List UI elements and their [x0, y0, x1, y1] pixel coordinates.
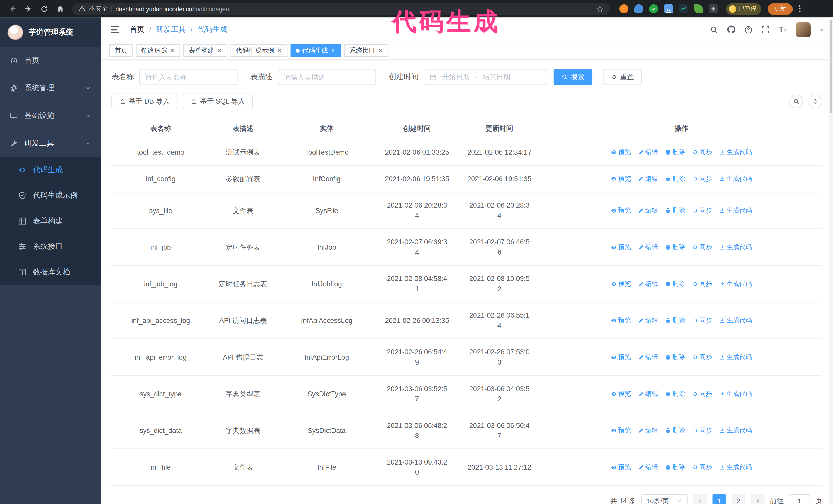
edit-link[interactable]: 编辑: [638, 147, 658, 157]
fullscreen-button[interactable]: [761, 25, 770, 33]
tab-tracing[interactable]: 链路追踪: [136, 44, 180, 57]
app-logo[interactable]: 芋道管理系统: [0, 18, 101, 47]
sidebar-item-home[interactable]: 首页: [0, 47, 101, 74]
sync-link[interactable]: 同步: [692, 174, 712, 184]
table-name-input[interactable]: [139, 69, 237, 85]
page-1-button[interactable]: 1: [712, 494, 726, 504]
generate-code-link[interactable]: 生成代码: [719, 315, 752, 325]
home-button[interactable]: [53, 2, 67, 16]
user-avatar[interactable]: [796, 22, 811, 37]
refresh-table-button[interactable]: [809, 95, 823, 109]
close-icon[interactable]: [169, 48, 175, 53]
breadcrumb-devtools[interactable]: 研发工具: [156, 25, 186, 34]
forward-button[interactable]: [21, 2, 35, 16]
edit-link[interactable]: 编辑: [638, 205, 658, 215]
generate-code-link[interactable]: 生成代码: [719, 147, 752, 157]
preview-link[interactable]: 预览: [611, 279, 631, 289]
extension-icon-people[interactable]: [664, 4, 673, 13]
github-button[interactable]: [727, 25, 736, 34]
page-size-select[interactable]: 10条/页: [641, 494, 688, 504]
extension-icon-green-check[interactable]: [649, 4, 658, 13]
scrollbar[interactable]: [829, 18, 833, 504]
delete-link[interactable]: 删除: [665, 389, 685, 399]
sync-link[interactable]: 同步: [692, 462, 712, 472]
header-search-button[interactable]: [710, 25, 718, 33]
extension-icon-puzzle[interactable]: [709, 4, 718, 13]
search-button[interactable]: 搜索: [554, 69, 592, 85]
goto-page-input[interactable]: [789, 494, 810, 504]
next-page-button[interactable]: [751, 494, 765, 504]
edit-link[interactable]: 编辑: [638, 389, 658, 399]
date-range-picker[interactable]: 开始日期 - 结束日期: [424, 69, 547, 85]
close-icon[interactable]: [277, 48, 282, 53]
sidebar-item-form-builder[interactable]: 表单构建: [0, 208, 101, 234]
generate-code-link[interactable]: 生成代码: [719, 462, 752, 472]
sync-link[interactable]: 同步: [692, 205, 712, 215]
preview-link[interactable]: 预览: [611, 352, 631, 362]
browser-menu-icon[interactable]: [799, 5, 801, 12]
close-icon[interactable]: [217, 48, 222, 53]
edit-link[interactable]: 编辑: [638, 315, 658, 325]
edit-link[interactable]: 编辑: [638, 462, 658, 472]
edit-link[interactable]: 编辑: [638, 352, 658, 362]
preview-link[interactable]: 预览: [611, 315, 631, 325]
generate-code-link[interactable]: 生成代码: [719, 389, 752, 399]
reset-button[interactable]: 重置: [603, 69, 642, 85]
preview-link[interactable]: 预览: [611, 389, 631, 399]
prev-page-button[interactable]: [693, 494, 707, 504]
close-icon[interactable]: [330, 48, 336, 53]
tab-codegen-example[interactable]: 代码生成示例: [231, 44, 288, 57]
sync-link[interactable]: 同步: [692, 425, 712, 435]
sidebar-item-codegen-example[interactable]: 代码生成示例: [0, 183, 101, 208]
delete-link[interactable]: 删除: [665, 352, 685, 362]
extension-icon-dark-chart[interactable]: [679, 4, 688, 13]
sync-link[interactable]: 同步: [692, 389, 712, 399]
tab-api[interactable]: 系统接口: [344, 44, 388, 57]
edit-link[interactable]: 编辑: [638, 242, 658, 252]
address-bar[interactable]: 不安全 dashboard.yudao.iocoder.cn/tool/code…: [72, 2, 610, 15]
preview-link[interactable]: 预览: [611, 205, 631, 215]
delete-link[interactable]: 删除: [665, 462, 685, 472]
preview-link[interactable]: 预览: [611, 462, 631, 472]
sync-link[interactable]: 同步: [692, 242, 712, 252]
tab-home[interactable]: 首页: [110, 44, 133, 57]
bookmark-star-icon[interactable]: [596, 5, 603, 13]
extension-icon-leaf[interactable]: [694, 4, 703, 13]
sidebar-item-devtools[interactable]: 研发工具: [0, 130, 101, 158]
delete-link[interactable]: 删除: [665, 174, 685, 184]
sidebar-item-db-doc[interactable]: 数据库文档: [0, 259, 101, 285]
sync-link[interactable]: 同步: [692, 279, 712, 289]
generate-code-link[interactable]: 生成代码: [719, 174, 752, 184]
browser-update-button[interactable]: 更新: [768, 3, 792, 15]
table-desc-input[interactable]: [278, 69, 376, 85]
avatar-caret-icon[interactable]: [819, 27, 825, 32]
breadcrumb-home[interactable]: 首页: [130, 25, 145, 34]
scrollbar-thumb[interactable]: [830, 20, 832, 113]
back-button[interactable]: [5, 2, 19, 16]
delete-link[interactable]: 删除: [665, 242, 685, 252]
sidebar-item-infrastructure[interactable]: 基础设施: [0, 102, 101, 130]
sidebar-item-codegen[interactable]: 代码生成: [0, 158, 101, 183]
generate-code-link[interactable]: 生成代码: [719, 205, 752, 215]
delete-link[interactable]: 删除: [665, 205, 685, 215]
generate-code-link[interactable]: 生成代码: [719, 352, 752, 362]
font-size-button[interactable]: [779, 25, 787, 34]
sidebar-item-api[interactable]: 系统接口: [0, 234, 101, 259]
sidebar-item-system[interactable]: 系统管理: [0, 74, 101, 102]
delete-link[interactable]: 删除: [665, 315, 685, 325]
edit-link[interactable]: 编辑: [638, 425, 658, 435]
generate-code-link[interactable]: 生成代码: [719, 425, 752, 435]
sync-link[interactable]: 同步: [692, 352, 712, 362]
sync-link[interactable]: 同步: [692, 147, 712, 157]
reload-button[interactable]: [37, 2, 51, 16]
delete-link[interactable]: 删除: [665, 147, 685, 157]
import-db-button[interactable]: 基于 DB 导入: [112, 94, 177, 110]
edit-link[interactable]: 编辑: [638, 174, 658, 184]
import-sql-button[interactable]: 基于 SQL 导入: [183, 94, 253, 110]
delete-link[interactable]: 删除: [665, 425, 685, 435]
sync-link[interactable]: 同步: [692, 315, 712, 325]
edit-link[interactable]: 编辑: [638, 279, 658, 289]
paused-badge[interactable]: 已暂停: [726, 3, 761, 15]
help-button[interactable]: [744, 25, 753, 33]
tab-form-builder[interactable]: 表单构建: [183, 44, 227, 57]
